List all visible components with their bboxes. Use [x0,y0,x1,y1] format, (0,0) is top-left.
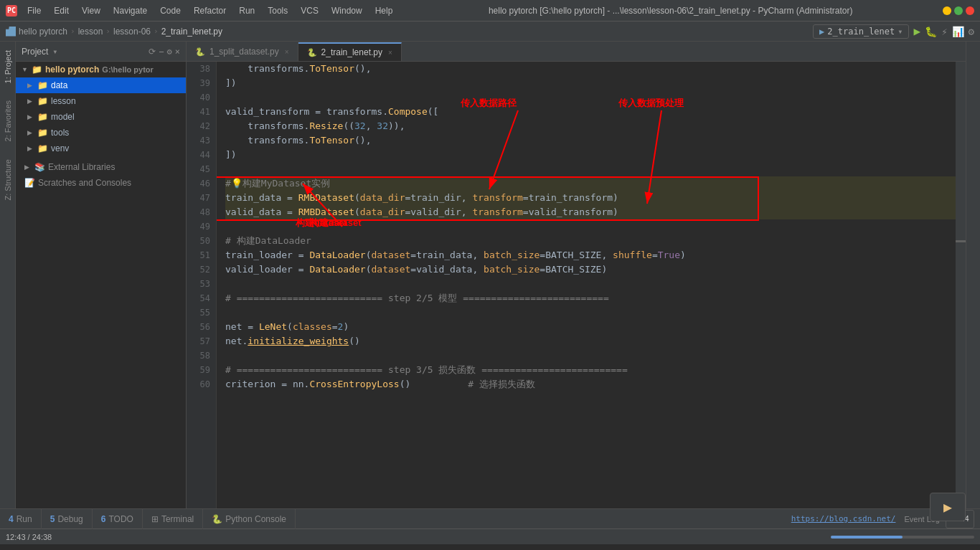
menu-refactor[interactable]: Refactor [188,4,232,17]
run-button[interactable]: ▶ [913,24,920,38]
tab-split-dataset[interactable]: 🐍 1_split_dataset.py × [187,42,298,61]
tree-item-scratches[interactable]: 📝 Scratches and Consoles [16,175,186,191]
project-dropdown[interactable]: ▾ [52,47,57,57]
tree-root[interactable]: ▼ 📁 hello pytorch G:\hello pytor [16,62,186,77]
tab-label-train[interactable]: 2_train_lenet.py [321,47,382,57]
settings-icon[interactable]: ⚙ [167,47,172,57]
favorites-tab[interactable]: 2: Favorites [1,92,15,150]
editor-container: 🐍 1_split_dataset.py × 🐍 2_train_lenet.p… [187,42,966,508]
menu-file[interactable]: File [22,4,47,17]
collapse-icon[interactable]: − [159,47,164,57]
data-folder-icon: 📁 [37,80,48,90]
menu-tools[interactable]: Tools [262,4,293,17]
menu-view[interactable]: View [76,4,106,17]
tree-item-venv[interactable]: ▶ 📁 venv [16,141,186,156]
menu-run[interactable]: Run [233,4,260,17]
tab-py-icon: 🐍 [195,47,205,57]
editor-area[interactable]: 38 39 40 41 42 43 44 45 46 47 48 49 50 5… [187,62,966,508]
tree-item-model[interactable]: ▶ 📁 model [16,109,186,125]
breadcrumb-hello-pytorch[interactable]: hello pytorch [19,27,67,37]
python-console-tab[interactable]: 🐍 Python Console [203,509,296,529]
play-icon: ▶ [943,498,952,516]
code-line-52: valid_loader = DataLoader(dataset=valid_… [225,262,956,277]
tree-item-data[interactable]: ▶ 📁 data [16,77,186,93]
code-line-42: transforms.Resize((32, 32)), [225,119,956,133]
todo-tab[interactable]: 6 TODO [93,509,143,529]
project-tab[interactable]: 1: Project [1,42,15,92]
code-content[interactable]: transforms.ToTensor(), ]) valid_transfor… [217,62,956,508]
menu-bar[interactable]: File Edit View Navigate Code Refactor Ru… [22,4,398,17]
ln-56: 56 [187,320,210,334]
ln-59: 59 [187,363,210,377]
root-arrow: ▼ [22,66,29,73]
sync-icon[interactable]: ⟳ [149,47,156,57]
data-label: data [51,80,67,90]
close-button[interactable] [966,6,974,15]
project-panel: Project ▾ ⟳ − ⚙ × ▼ 📁 hello pytorch G:\h… [16,42,187,508]
ln-38: 38 [187,62,210,76]
tab-py-icon2: 🐍 [307,48,317,57]
ln-41: 41 [187,105,210,119]
maximize-button[interactable] [954,6,963,15]
code-line-43: transforms.ToTensor(), [225,133,956,148]
debug-button[interactable]: 🐛 [925,26,937,37]
code-line-41: valid_transform = transforms.Compose([ [225,105,956,119]
code-line-58 [225,349,956,363]
floating-play-button[interactable]: ▶ [930,493,966,521]
menu-vcs[interactable]: VCS [295,4,324,17]
more-button[interactable]: ⚙ [969,26,974,37]
ln-46: 46 [187,176,210,191]
ln-58: 58 [187,349,210,363]
terminal-label[interactable]: Terminal [161,514,194,524]
extlibs-icon: 📚 [34,162,45,172]
tree-item-tools[interactable]: ▶ 📁 tools [16,125,186,141]
python-icon: 🐍 [212,514,222,524]
structure-tab[interactable]: Z: Structure [1,151,15,209]
tree-item-lesson[interactable]: ▶ 📁 lesson [16,93,186,109]
right-scrollbar[interactable] [956,62,966,508]
profile-button[interactable]: 📊 [952,26,964,37]
ln-42: 42 [187,119,210,133]
terminal-tab[interactable]: ⊞ Terminal [143,509,203,529]
dropdown-icon[interactable]: ▾ [897,27,903,37]
window-controls[interactable] [943,6,974,15]
project-tree: ▼ 📁 hello pytorch G:\hello pytor ▶ 📁 dat… [16,62,186,191]
tab-close-train[interactable]: × [388,49,392,57]
debug-tab-label[interactable]: Debug [57,514,83,524]
ln-52: 52 [187,262,210,277]
ln-44: 44 [187,148,210,162]
tab-train-lenet[interactable]: 🐍 2_train_lenet.py × [298,42,402,61]
close-panel-icon[interactable]: × [175,47,180,57]
scroll-indicator [956,240,966,242]
run-config-icon: ▶ [819,27,824,37]
breadcrumb-file[interactable]: 2_train_lenet.py [161,27,222,37]
run-tab-label[interactable]: Run [17,514,32,524]
coverage-button[interactable]: ⚡ [941,26,947,37]
minimize-button[interactable] [943,6,951,15]
code-line-44: ]) [225,148,956,162]
tools-arrow: ▶ [27,129,34,136]
blog-link[interactable]: https://blog.csdn.net/ [783,514,905,523]
menu-window[interactable]: Window [326,4,368,17]
debug-tab[interactable]: 5 Debug [42,509,93,529]
project-header: Project ▾ ⟳ − ⚙ × [16,42,186,62]
bottom-tabs-bar: 4 Run 5 Debug 6 TODO ⊞ Terminal 🐍 Python… [0,508,980,528]
run-config-item[interactable]: ▶ 2_train_lenet ▾ [813,24,909,39]
tab-close-split[interactable]: × [285,48,289,56]
todo-tab-label[interactable]: TODO [108,514,133,524]
tab-label-split[interactable]: 1_split_dataset.py [209,47,279,57]
run-config-bar: ▶ 2_train_lenet ▾ ▶ 🐛 ⚡ 📊 ⚙ [813,24,974,39]
menu-navigate[interactable]: Navigate [108,4,153,17]
menu-edit[interactable]: Edit [48,4,75,17]
code-line-48: valid_data = RMBDataset(data_dir=valid_d… [225,205,956,219]
breadcrumb-lesson06[interactable]: lesson-06 [113,27,151,37]
breadcrumb-lesson[interactable]: lesson [78,27,103,37]
project-header-icons: ⟳ − ⚙ × [149,47,180,57]
tree-item-ext-libs[interactable]: ▶ 📚 External Libraries [16,159,186,175]
run-tab[interactable]: 4 Run [0,509,42,529]
menu-help[interactable]: Help [369,4,399,17]
breadcrumb-item[interactable]: hello pytorch [6,27,67,37]
menu-code[interactable]: Code [154,4,187,17]
python-console-label[interactable]: Python Console [225,514,286,524]
left-side-tabs: 1: Project 2: Favorites Z: Structure [0,42,16,508]
